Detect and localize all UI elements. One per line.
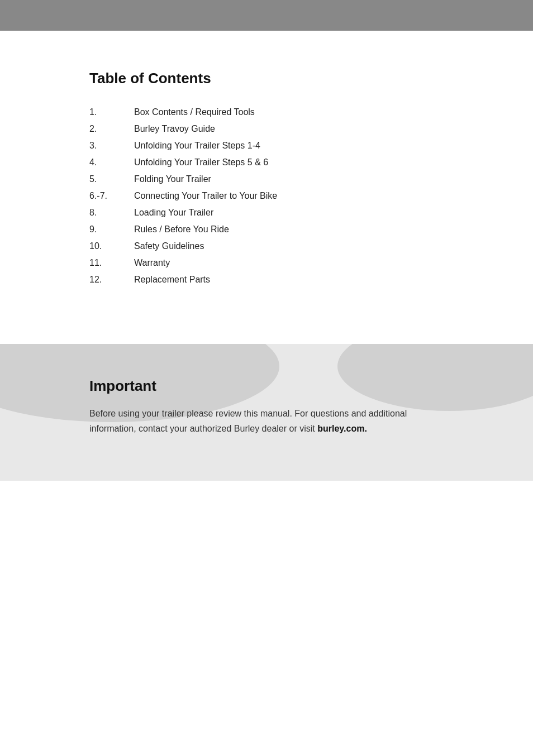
toc-label: Safety Guidelines — [134, 238, 444, 255]
toc-row: 8.Loading Your Trailer — [89, 204, 444, 221]
toc-label: Warranty — [134, 255, 444, 271]
toc-label: Folding Your Trailer — [134, 171, 444, 188]
toc-label: Box Contents / Required Tools — [134, 104, 444, 121]
toc-row: 11.Warranty — [89, 255, 444, 271]
toc-row: 3.Unfolding Your Trailer Steps 1-4 — [89, 137, 444, 154]
important-title: Important — [89, 377, 444, 395]
toc-row: 2.Burley Travoy Guide — [89, 121, 444, 137]
toc-row: 1.Box Contents / Required Tools — [89, 104, 444, 121]
toc-row: 4.Unfolding Your Trailer Steps 5 & 6 — [89, 154, 444, 171]
toc-number: 12. — [89, 271, 134, 288]
toc-label: Rules / Before You Ride — [134, 221, 444, 238]
toc-table: 1.Box Contents / Required Tools2.Burley … — [89, 104, 444, 288]
toc-number: 1. — [89, 104, 134, 121]
toc-row: 9.Rules / Before You Ride — [89, 221, 444, 238]
toc-number: 11. — [89, 255, 134, 271]
toc-row: 6.-7.Connecting Your Trailer to Your Bik… — [89, 188, 444, 204]
toc-number: 6.-7. — [89, 188, 134, 204]
toc-label: Loading Your Trailer — [134, 204, 444, 221]
toc-row: 12.Replacement Parts — [89, 271, 444, 288]
toc-number: 3. — [89, 137, 134, 154]
toc-label: Replacement Parts — [134, 271, 444, 288]
toc-number: 2. — [89, 121, 134, 137]
toc-row: 10.Safety Guidelines — [89, 238, 444, 255]
toc-label: Burley Travoy Guide — [134, 121, 444, 137]
toc-row: 5.Folding Your Trailer — [89, 171, 444, 188]
toc-number: 10. — [89, 238, 134, 255]
toc-number: 9. — [89, 221, 134, 238]
toc-label: Unfolding Your Trailer Steps 5 & 6 — [134, 154, 444, 171]
toc-number: 5. — [89, 171, 134, 188]
important-link: burley.com. — [317, 424, 367, 433]
toc-label: Unfolding Your Trailer Steps 1-4 — [134, 137, 444, 154]
important-text: Before using your trailer please review … — [89, 406, 444, 436]
toc-number: 8. — [89, 204, 134, 221]
header-bar — [0, 0, 533, 31]
important-section: Important Before using your trailer plea… — [0, 344, 533, 481]
toc-number: 4. — [89, 154, 134, 171]
toc-title: Table of Contents — [89, 70, 444, 87]
toc-label: Connecting Your Trailer to Your Bike — [134, 188, 444, 204]
